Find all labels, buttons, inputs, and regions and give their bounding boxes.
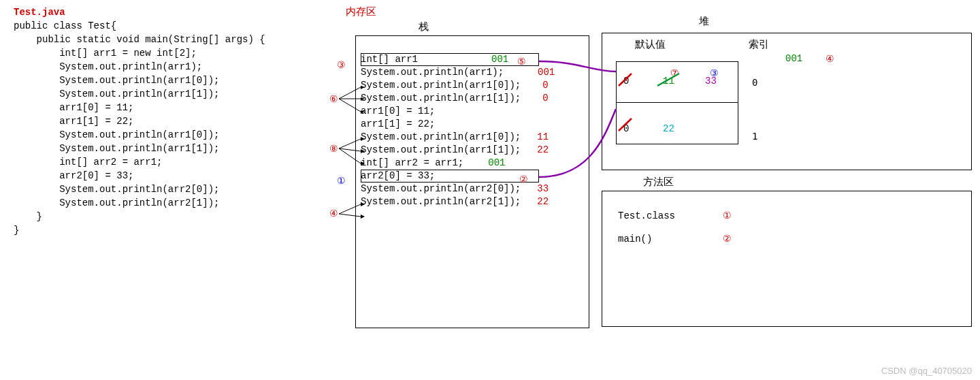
stack-line: System.out.println(arr2[1]);	[361, 196, 521, 207]
step-marker-2: ②	[723, 234, 732, 244]
code-line: System.out.println(arr1[1]);	[14, 142, 265, 155]
method-area-content: Test.class① main()②	[618, 204, 732, 251]
step-marker-1: ①	[723, 210, 732, 221]
new-value-22: 22	[663, 123, 674, 134]
step-marker-4: ④	[826, 53, 834, 65]
code-line: System.out.println(arr1);	[14, 60, 265, 74]
step-marker-3: ③	[337, 59, 346, 70]
code-line: arr1[0] = 11;	[14, 101, 265, 114]
step-marker-3-heap: ③	[710, 67, 719, 78]
output-value: 22	[537, 196, 549, 207]
step-marker-8: ⑧	[329, 143, 338, 154]
source-code: Test.java public class Test{ public stat…	[14, 5, 265, 237]
code-line: System.out.println(arr2[0]);	[14, 183, 265, 196]
heap-row-1: 0 22	[617, 103, 738, 144]
addr-value: 001	[491, 54, 508, 65]
stack-line: System.out.println(arr2[0]);	[361, 183, 521, 194]
memory-label: 内存区	[346, 5, 376, 18]
method-area-label: 方法区	[643, 176, 674, 189]
filename: Test.java	[14, 5, 265, 19]
watermark: CSDN @qq_40705020	[881, 366, 972, 376]
output-value: 001	[538, 67, 555, 78]
code-line: int[] arr1 = new int[2];	[14, 46, 265, 60]
stack-line: arr1[1] = 22;	[361, 118, 555, 131]
code-line: }	[14, 210, 265, 223]
stack-line: System.out.println(arr1[0]);	[361, 80, 521, 91]
code-line: arr2[0] = 33;	[14, 169, 265, 183]
addr-value: 001	[488, 157, 505, 168]
heap-address: 001	[785, 53, 802, 64]
old-value-0: 0	[623, 76, 629, 86]
code-line: System.out.println(arr2[1]);	[14, 196, 265, 210]
heap-label: 堆	[699, 15, 709, 28]
stack-line: int[] arr2 = arr1;	[361, 157, 463, 168]
stack-content: int[] arr1001 System.out.println(arr1);0…	[361, 53, 555, 208]
code-line: System.out.println(arr1[0]);	[14, 128, 265, 142]
index-1: 1	[752, 131, 757, 142]
index-0: 0	[752, 77, 757, 88]
code-line: System.out.println(arr1[1]);	[14, 87, 265, 101]
stack-label: 栈	[419, 20, 429, 33]
step-marker-1: ①	[337, 175, 346, 186]
code-line: int[] arr2 = arr1;	[14, 155, 265, 169]
code-line: }	[14, 223, 265, 237]
default-value-label: 默认值	[635, 38, 666, 51]
index-label: 索引	[749, 38, 769, 51]
stack-line: System.out.println(arr1);	[361, 67, 504, 78]
old-value-0: 0	[623, 123, 629, 134]
step-marker-4: ④	[329, 208, 338, 219]
method-class: Test.class	[618, 210, 675, 221]
stack-line: System.out.println(arr1[1]);	[361, 144, 521, 155]
code-line: arr1[1] = 22;	[14, 114, 265, 128]
step-marker-6: ⑥	[329, 93, 338, 104]
output-value: 11	[537, 131, 549, 142]
output-value: 22	[537, 144, 549, 155]
code-line: public class Test{	[14, 19, 265, 33]
stack-line: arr1[0] = 11;	[361, 105, 555, 118]
step-marker-2: ②	[519, 174, 528, 185]
output-value: 0	[542, 93, 548, 104]
output-value: 0	[542, 80, 548, 91]
stack-line: int[] arr1	[361, 54, 418, 65]
step-marker-7: ⑦	[670, 67, 679, 78]
output-value: 33	[537, 183, 549, 194]
stack-line: System.out.println(arr1[0]);	[361, 131, 521, 142]
code-line: System.out.println(arr1[0]);	[14, 74, 265, 87]
step-marker-5: ⑤	[517, 56, 526, 67]
stack-line: System.out.println(arr1[1]);	[361, 93, 521, 104]
code-line: public static void main(String[] args) {	[14, 33, 265, 46]
method-main: main()	[618, 234, 652, 244]
